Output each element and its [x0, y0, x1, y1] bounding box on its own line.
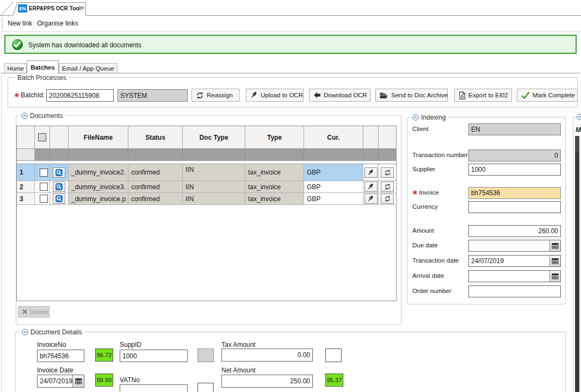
delete-button[interactable]: ✕ Delete — [18, 306, 50, 318]
view-document-button[interactable] — [53, 167, 65, 178]
refresh-row-button[interactable] — [381, 194, 394, 204]
collapse-icon[interactable] — [22, 329, 28, 335]
send-to-doc-archive-button[interactable]: Send to Doc Archive — [375, 89, 448, 102]
cell-cur[interactable]: GBP — [304, 164, 363, 181]
organise-links-button[interactable]: Organise links — [37, 20, 78, 27]
table-row[interactable]: 1 _dummy_invoice2. confirmed IIN tax_inv… — [17, 164, 396, 181]
cell-status[interactable]: confirmed — [128, 164, 183, 181]
supplier-input[interactable]: 1000 — [468, 164, 561, 176]
row-number[interactable]: 1 — [17, 164, 35, 181]
due-date-input[interactable] — [468, 240, 561, 252]
order-number-label: Order number — [412, 288, 452, 294]
vatno-input[interactable] — [120, 384, 188, 392]
cell-doctype[interactable]: IIN — [183, 181, 245, 192]
document-viewer-panel — [575, 136, 579, 392]
arrival-date-input[interactable] — [468, 270, 561, 282]
check-icon — [521, 91, 530, 99]
invoice-date-input[interactable]: 24/07/2019 — [37, 375, 84, 388]
mark-complete-button[interactable]: Mark Complete — [517, 89, 578, 102]
net-amount-input[interactable]: 250.00 — [221, 375, 313, 388]
banner-message: System has downloaded all documents — [28, 41, 141, 49]
cell-doctype[interactable]: IIN — [183, 193, 245, 204]
currency-input[interactable] — [468, 201, 561, 213]
tax-amount-input[interactable]: 0.00 — [221, 349, 313, 362]
toolbar-separator — [0, 31, 581, 32]
invoice-date-label: Invoice Date — [37, 366, 73, 374]
complete-label: Mark Complete — [533, 92, 575, 98]
reassign-button[interactable]: Reassign — [191, 89, 239, 102]
view-document-button[interactable] — [53, 194, 65, 204]
calendar-button[interactable] — [549, 271, 560, 282]
col-header-type[interactable]: Type — [245, 126, 304, 148]
confidence-badge — [325, 349, 342, 362]
cell-type[interactable]: tax_invoice — [245, 164, 304, 181]
suppid-input[interactable]: 1000 — [120, 350, 188, 362]
tax-amount-label: Tax Amount — [221, 341, 256, 349]
tab-close-icon[interactable]: × — [81, 4, 84, 12]
tab-page-border-left — [1, 73, 2, 392]
refresh-row-button[interactable] — [381, 182, 394, 192]
order-number-input[interactable] — [468, 285, 561, 297]
table-filter-row — [17, 149, 396, 161]
cell-status[interactable]: confirmed — [128, 193, 183, 204]
pin-row-button[interactable] — [364, 182, 378, 192]
collapse-icon[interactable] — [412, 114, 419, 121]
calendar-button[interactable] — [72, 375, 84, 387]
cell-cur[interactable]: GBP — [304, 181, 363, 192]
download-label: Download OCR — [324, 92, 367, 98]
net-amount-label: Net Amount — [221, 366, 256, 374]
cell-type[interactable]: tax_invoice — [245, 181, 304, 192]
pin-row-button[interactable] — [364, 167, 378, 178]
download-ocr-button[interactable]: Download OCR — [309, 89, 370, 102]
new-link-button[interactable]: New link — [8, 20, 32, 27]
cell-cur[interactable]: GBP — [304, 193, 363, 204]
view-document-button[interactable] — [53, 182, 65, 192]
table-row[interactable]: 3 _dummy_invoice.p confirmed IIN tax_inv… — [17, 193, 396, 205]
success-banner: System has downloaded all documents — [4, 35, 577, 54]
calendar-button[interactable] — [549, 256, 560, 266]
export-to-ei02-button[interactable]: Export to EI02 — [454, 89, 512, 102]
row-number[interactable]: 3 — [17, 193, 35, 204]
tab-home[interactable]: Home — [4, 63, 27, 73]
table-row[interactable]: 2 _dummy_invoice3. confirmed IIN tax_inv… — [17, 181, 396, 193]
cell-type[interactable]: tax_invoice — [245, 193, 304, 204]
cell-status[interactable]: confirmed — [128, 181, 183, 192]
invoice-input[interactable]: bh754536 — [468, 187, 561, 199]
tab-batches[interactable]: Batches — [27, 60, 59, 73]
tab-email-queue[interactable]: Email / App Queue — [59, 63, 118, 73]
row-number[interactable]: 2 — [17, 181, 35, 192]
invoiceno-label: InvoiceNo — [37, 341, 66, 349]
refresh-icon — [384, 195, 391, 202]
documents-legend: Documents — [19, 112, 65, 120]
col-header-cur[interactable]: Cur. — [304, 126, 363, 148]
refresh-row-button[interactable] — [381, 167, 394, 178]
supplier-label: Supplier — [412, 166, 435, 172]
transaction-date-input[interactable]: 24/07/2019 — [468, 255, 561, 267]
collapse-icon[interactable] — [21, 113, 28, 119]
cell-filename[interactable]: _dummy_invoice.p — [69, 193, 128, 204]
col-header-status[interactable]: Status — [128, 126, 183, 148]
upload-label: Upload to OCR — [261, 92, 303, 98]
refresh-icon — [384, 169, 391, 176]
cell-filename[interactable]: _dummy_invoice3. — [69, 181, 128, 192]
vatno-label: VATNo — [120, 376, 140, 384]
batchid-label: ✱BatchId: — [14, 91, 45, 99]
invoiceno-input[interactable]: bh754536 — [37, 350, 84, 362]
pin-row-button[interactable] — [364, 194, 378, 204]
amount-input[interactable]: 260.00 — [468, 225, 561, 237]
document-tab[interactable]: EN ERPAPPS OCR Tool × — [16, 3, 85, 15]
refresh-icon — [384, 183, 391, 190]
client-label: Client — [412, 126, 428, 132]
col-header-filename[interactable]: FileName — [69, 126, 128, 148]
upload-to-ocr-button[interactable]: Upload to OCR — [246, 89, 304, 102]
tab-header-decoration — [0, 0, 581, 16]
document-tab-title: ERPAPPS OCR Tool — [29, 5, 81, 11]
cell-doctype[interactable]: IIN — [183, 164, 245, 181]
collapse-icon[interactable] — [577, 114, 581, 120]
cell-filename[interactable]: _dummy_invoice2. — [69, 164, 128, 181]
col-header-doctype[interactable]: Doc Type — [183, 126, 245, 148]
calendar-button[interactable] — [549, 240, 560, 251]
calendar-icon — [75, 378, 82, 384]
toolbar-grip[interactable] — [2, 18, 3, 29]
batchid-input[interactable]: 20200625115908 — [46, 89, 114, 102]
